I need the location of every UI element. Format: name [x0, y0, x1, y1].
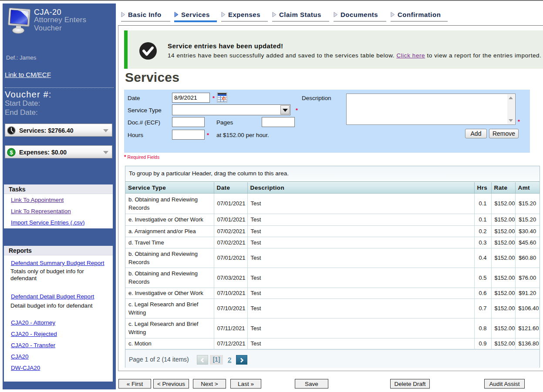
- svg-text:$: $: [10, 149, 13, 156]
